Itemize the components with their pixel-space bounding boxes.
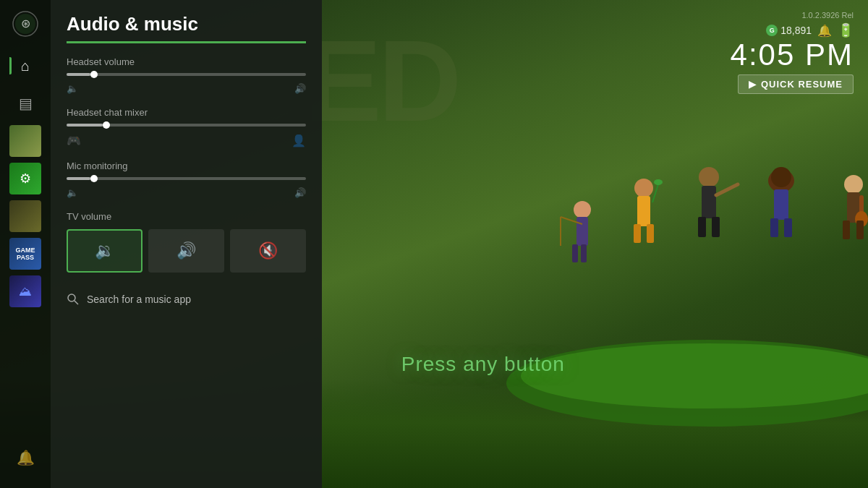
mic-monitoring-section: Mic monitoring 🔈 🔊 xyxy=(67,160,306,198)
hud-version: 1.0.2.3926 Rel xyxy=(731,11,854,20)
tv-volume-down-button[interactable]: 🔉 xyxy=(67,229,142,273)
svg-point-21 xyxy=(771,167,791,187)
svg-rect-22 xyxy=(774,189,788,220)
headset-chat-mixer-section: Headset chat mixer 🎮 👤 xyxy=(67,107,306,147)
svg-rect-12 xyxy=(647,224,654,243)
sidebar-item-library[interactable]: ▤ xyxy=(9,87,41,119)
hud-coins: G 18,891 xyxy=(766,25,812,36)
xbox-logo[interactable]: ⊛ xyxy=(12,11,38,37)
svg-point-25 xyxy=(844,175,863,194)
mic-monitoring-thumb[interactable] xyxy=(90,175,98,182)
svg-rect-11 xyxy=(634,224,641,243)
sidebar-thumbnail-gamepass[interactable]: GAMEPASS xyxy=(9,238,41,270)
svg-rect-24 xyxy=(784,218,792,237)
headset-volume-min-icon: 🔈 xyxy=(67,83,78,94)
svg-rect-3 xyxy=(576,217,588,246)
search-music-label: Search for a music app xyxy=(87,294,191,305)
svg-point-9 xyxy=(634,179,653,197)
svg-rect-16 xyxy=(702,186,716,218)
headset-volume-max-icon: 🔊 xyxy=(294,83,306,94)
panel-accent-line xyxy=(67,41,306,43)
tv-volume-up-button[interactable]: 🔊 xyxy=(148,229,224,273)
svg-line-55 xyxy=(75,301,78,304)
svg-rect-7 xyxy=(572,244,578,262)
panel-header: Audio & music xyxy=(67,13,306,35)
svg-rect-8 xyxy=(581,244,587,262)
home-icon: ⌂ xyxy=(21,58,30,74)
hud-clock: 4:05 PM xyxy=(731,40,854,70)
svg-line-13 xyxy=(652,184,658,202)
mic-monitoring-label: Mic monitoring xyxy=(67,160,306,171)
panel-title: Audio & music xyxy=(67,13,198,35)
svg-line-19 xyxy=(716,184,738,195)
hud-battery-icon: 🔋 xyxy=(838,22,854,38)
headset-chat-fill xyxy=(67,124,103,127)
sidebar-thumbnail-settings[interactable]: ⚙ xyxy=(9,163,41,194)
hud-status-bar: G 18,891 🔔 🔋 xyxy=(731,22,854,38)
svg-point-2 xyxy=(574,201,591,218)
sidebar-item-notifications[interactable]: 🔔 xyxy=(9,442,41,474)
hud-coin-amount: 18,891 xyxy=(780,25,812,36)
svg-point-15 xyxy=(699,167,719,187)
svg-text:⊛: ⊛ xyxy=(21,17,30,30)
tv-mute-button[interactable]: 🔇 xyxy=(230,229,306,273)
sidebar-thumbnail-game2[interactable] xyxy=(9,200,41,232)
quick-resume-label: QUICK RESUME xyxy=(761,79,843,90)
mute-icon: 🔇 xyxy=(258,241,278,260)
mic-monitoring-slider[interactable] xyxy=(67,177,306,180)
sidebar: ⊛ ⌂ ▤ ⚙ GAMEPASS ⛰ 🔔 xyxy=(0,0,51,488)
headset-volume-thumb[interactable] xyxy=(90,71,98,78)
mic-min-icon: 🔈 xyxy=(67,187,78,198)
controller-icon: 🎮 xyxy=(67,134,81,147)
coin-icon: G xyxy=(766,25,778,36)
search-music-icon xyxy=(67,293,80,306)
headset-volume-slider[interactable] xyxy=(67,73,306,76)
svg-rect-17 xyxy=(698,217,706,237)
svg-rect-18 xyxy=(712,217,720,237)
volume-up-icon: 🔊 xyxy=(176,241,196,260)
tv-volume-section: TV volume 🔉 🔊 🔇 xyxy=(67,211,306,273)
tv-volume-label: TV volume xyxy=(67,211,306,222)
mic-monitoring-fill xyxy=(67,177,90,180)
audio-panel: Audio & music Headset volume 🔈 🔊 Headset… xyxy=(51,0,322,488)
quick-resume-button[interactable]: ▶ QUICK RESUME xyxy=(738,74,854,94)
svg-point-54 xyxy=(68,294,75,301)
hud: 1.0.2.3926 Rel G 18,891 🔔 🔋 4:05 PM ▶ QU… xyxy=(731,11,854,94)
svg-rect-23 xyxy=(770,218,778,237)
mic-max-icon: 🔊 xyxy=(294,187,306,198)
headset-chat-slider[interactable] xyxy=(67,124,306,127)
headset-chat-mixer-label: Headset chat mixer xyxy=(67,107,306,118)
svg-rect-30 xyxy=(856,221,864,239)
svg-point-14 xyxy=(654,179,663,185)
headset-volume-icons: 🔈 🔊 xyxy=(67,83,306,94)
headset-volume-fill xyxy=(67,73,90,76)
library-icon: ▤ xyxy=(19,95,33,112)
sidebar-item-home[interactable]: ⌂ xyxy=(9,50,41,82)
search-music-item[interactable]: Search for a music app xyxy=(67,287,306,312)
headset-chat-icons: 🎮 👤 xyxy=(67,134,306,147)
notifications-icon: 🔔 xyxy=(17,449,35,466)
tv-volume-buttons: 🔉 🔊 🔇 xyxy=(67,229,306,273)
volume-down-icon: 🔉 xyxy=(95,241,114,260)
headset-chat-thumb[interactable] xyxy=(103,121,110,129)
headset-volume-label: Headset volume xyxy=(67,56,306,67)
sidebar-thumbnail-game1[interactable] xyxy=(9,125,41,157)
svg-rect-10 xyxy=(637,196,650,226)
person-icon: 👤 xyxy=(292,134,306,147)
hud-notifications-icon: 🔔 xyxy=(817,24,832,38)
svg-rect-29 xyxy=(843,221,850,239)
mic-monitoring-icons: 🔈 🔊 xyxy=(67,187,306,198)
press-any-button-text: Press any button xyxy=(401,353,565,376)
sidebar-thumbnail-paramount[interactable]: ⛰ xyxy=(9,275,41,307)
quick-resume-play-icon: ▶ xyxy=(749,79,757,90)
headset-volume-section: Headset volume 🔈 🔊 xyxy=(67,56,306,94)
